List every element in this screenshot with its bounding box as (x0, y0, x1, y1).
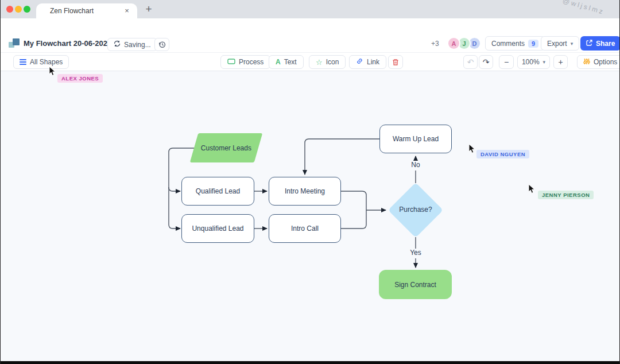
node-unqualified-lead[interactable]: Unqualified Lead (181, 214, 254, 243)
document-title[interactable]: My Flowchart 20-06-2021 (24, 39, 111, 48)
process-shape-icon (227, 58, 235, 66)
options-label: Options (594, 58, 617, 66)
node-label: Unqualified Lead (192, 224, 243, 233)
edge-label-yes: Yes (405, 249, 427, 258)
collaborator-tag: JENNY PIERSON (538, 191, 594, 199)
browser-tab-strip: Zen Flowchart × + (1, 0, 620, 18)
zoom-level-value: 100% (522, 58, 540, 66)
node-label: Sign Contract (394, 281, 436, 289)
comments-button[interactable]: Comments 9 (485, 36, 545, 51)
hamburger-icon (20, 58, 26, 66)
all-shapes-button[interactable]: All Shapes (13, 55, 69, 69)
sync-icon (114, 40, 121, 49)
zoom-level-dropdown[interactable]: 100% ▾ (517, 55, 550, 69)
redo-button[interactable]: ↷ (479, 55, 493, 69)
window-bottom-edge (1, 361, 620, 364)
text-tool-button[interactable]: A Text (269, 55, 304, 69)
icon-label: Icon (326, 58, 339, 66)
edge-label-no: No (406, 161, 425, 171)
trash-icon (392, 59, 399, 66)
maximize-window-button[interactable] (24, 6, 30, 13)
zoom-out-button[interactable]: − (499, 55, 514, 69)
node-warm-up-lead[interactable]: Warm Up Lead (379, 125, 452, 153)
node-customer-leads[interactable]: Customer Leads (190, 133, 263, 162)
share-icon (586, 40, 592, 48)
minimize-window-button[interactable] (15, 6, 22, 13)
process-label: Process (239, 58, 264, 66)
avatar[interactable]: A (447, 37, 460, 50)
all-shapes-label: All Shapes (30, 58, 63, 66)
zoom-in-button[interactable]: + (553, 55, 568, 69)
delete-button[interactable] (388, 55, 403, 69)
version-history-button[interactable] (154, 38, 169, 51)
text-label: Text (284, 58, 297, 66)
sliders-icon (583, 58, 590, 67)
options-button[interactable]: Options (577, 55, 620, 69)
link-tool-button[interactable]: Link (349, 55, 386, 69)
share-label: Share (596, 40, 615, 48)
browser-url-row: ← → ↻ zenflowchart.com/docs/Jka40MIRtoFT… (1, 18, 620, 33)
node-label: Qualified Lead (196, 187, 240, 195)
new-tab-button[interactable]: + (142, 2, 156, 16)
node-sign-contract[interactable]: Sign Contract (379, 270, 452, 299)
saving-status-button[interactable]: Saving... (107, 38, 157, 51)
collaborator-tag: ALEX JONES (57, 74, 103, 83)
chevron-down-icon: ▾ (571, 41, 574, 47)
process-shape-button[interactable]: Process (220, 55, 270, 69)
undo-button[interactable]: ↶ (463, 55, 478, 69)
export-button[interactable]: Export ▾ (541, 36, 579, 51)
browser-tab[interactable]: Zen Flowchart × (36, 3, 137, 18)
share-button[interactable]: Share (580, 36, 620, 51)
comments-label: Comments (491, 40, 525, 48)
saving-label: Saving... (124, 41, 151, 49)
node-label: Purchase? (387, 206, 444, 214)
collaborators-overflow-count: +3 (431, 40, 439, 48)
node-label: Customer Leads (201, 144, 251, 152)
node-intro-call[interactable]: Intro Call (269, 214, 341, 243)
tab-close-icon[interactable]: × (122, 6, 131, 16)
node-label: Intro Meeting (285, 187, 325, 195)
tab-title: Zen Flowchart (50, 7, 122, 15)
node-label: Intro Call (291, 224, 319, 233)
star-icon: ☆ (316, 58, 323, 67)
history-icon (158, 41, 166, 48)
collaborator-tag: DAVID NGUYEN (476, 150, 529, 158)
text-tool-icon: A (276, 58, 281, 66)
zenflowchart-logo (9, 37, 20, 48)
link-icon (356, 57, 363, 67)
node-label: Warm Up Lead (393, 135, 439, 143)
node-qualified-lead[interactable]: Qualified Lead (181, 177, 254, 206)
link-label: Link (367, 58, 379, 66)
icon-tool-button[interactable]: ☆ Icon (309, 55, 346, 69)
node-intro-meeting[interactable]: Intro Meeting (269, 177, 341, 206)
export-label: Export (547, 40, 567, 48)
comments-count-badge: 9 (528, 40, 538, 48)
close-window-button[interactable] (6, 6, 13, 13)
chevron-down-icon: ▾ (543, 59, 546, 65)
